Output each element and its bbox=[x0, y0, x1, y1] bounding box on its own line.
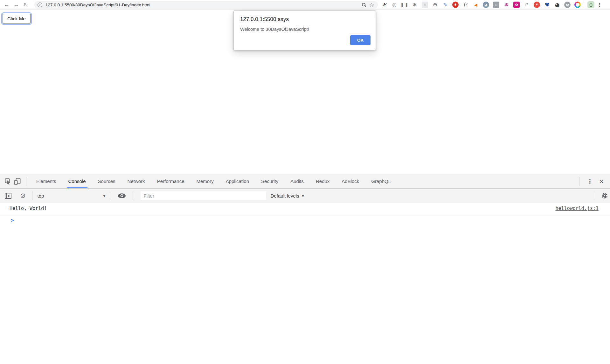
site-info-icon[interactable]: i bbox=[38, 3, 42, 7]
colorzilla-eyedropper-extension-icon[interactable]: ✎ bbox=[442, 2, 448, 8]
dropdown-arrow-icon: ▼ bbox=[103, 194, 106, 198]
alert-dialog: 127.0.0.1:5500 says Welcome to 30DaysOfJ… bbox=[233, 10, 376, 50]
tab-performance[interactable]: Performance bbox=[151, 174, 191, 188]
console-toolbar: ⊘ top ▼ Default levels ▼ bbox=[0, 189, 610, 203]
tabbar-separator bbox=[26, 177, 26, 186]
devtools-menu-icon[interactable]: ⋮ bbox=[583, 178, 597, 185]
f-question-extension-icon[interactable]: f? bbox=[462, 2, 469, 8]
chrome-menu-icon[interactable]: ⋮ bbox=[594, 2, 605, 8]
tab-application[interactable]: Application bbox=[220, 174, 255, 188]
console-toolbar-separator bbox=[111, 191, 111, 200]
reload-icon[interactable]: ↻ bbox=[21, 1, 31, 9]
back-icon[interactable]: ← bbox=[2, 1, 11, 9]
device-toolbar-icon[interactable] bbox=[13, 177, 22, 186]
console-source-link[interactable]: helloworld.js:1 bbox=[556, 206, 599, 211]
live-expression-eye-icon[interactable] bbox=[118, 193, 126, 198]
address-bar[interactable]: i 127.0.0.1:5500/30DaysOfJavaScript/01-D… bbox=[34, 1, 378, 9]
react-devtools-extension-icon[interactable]: ✳ bbox=[422, 2, 428, 8]
orbit-target-extension-icon[interactable]: ◎ bbox=[391, 2, 398, 8]
alert-title: 127.0.0.1:5500 says bbox=[240, 16, 371, 23]
devtools-panel: Elements Console Sources Network Perform… bbox=[0, 174, 610, 364]
columns-extension-icon[interactable]: ▌▐ bbox=[401, 2, 408, 8]
devtools-close-icon[interactable]: × bbox=[597, 178, 606, 185]
corner-arrows-extension-icon[interactable]: ↱ bbox=[523, 2, 530, 8]
color-wheel-extension-icon[interactable] bbox=[574, 2, 581, 8]
tab-security[interactable]: Security bbox=[255, 174, 284, 188]
console-settings-gear-icon[interactable] bbox=[601, 192, 608, 199]
dropdown-arrow-icon: ▼ bbox=[302, 194, 304, 198]
bookmark-star-icon[interactable]: ☆ bbox=[369, 2, 374, 8]
tab-redux[interactable]: Redux bbox=[310, 174, 336, 188]
pink-gear-extension-icon[interactable]: ✿ bbox=[513, 2, 520, 8]
pink-atom-extension-icon[interactable]: ✻ bbox=[503, 2, 509, 8]
alert-ok-button[interactable]: OK bbox=[350, 35, 371, 45]
camera-extension-icon[interactable]: ○ bbox=[493, 2, 499, 8]
tab-graphql[interactable]: GraphQL bbox=[365, 174, 397, 188]
browser-toolbar: ← → ↻ i 127.0.0.1:5500/30DaysOfJavaScrip… bbox=[0, 0, 610, 10]
console-message-row: Hello, World! helloworld.js:1 bbox=[0, 203, 610, 214]
log-levels-label: Default levels bbox=[271, 193, 299, 199]
context-label: top bbox=[38, 193, 44, 199]
extensions-strip: F ◎ ▌▐ ✱ ✳ ⊖ ✎ ✱ f? ◀ ◕ ○ ✻ ✿ ↱ ▼ ♥ ◕ ω bbox=[381, 2, 581, 8]
red-bookmark-extension-icon[interactable]: ▼ bbox=[534, 2, 540, 8]
w-wave-extension-icon[interactable]: ω bbox=[564, 2, 571, 8]
console-sidebar-toggle-icon[interactable] bbox=[5, 193, 11, 199]
console-filter-input[interactable] bbox=[141, 191, 266, 200]
console-toolbar-separator bbox=[32, 191, 32, 200]
devtools-tabbar: Elements Console Sources Network Perform… bbox=[0, 174, 610, 189]
screenshot-f-extension-icon[interactable]: F bbox=[381, 2, 387, 8]
javascript-context-dropdown[interactable]: top ▼ bbox=[36, 193, 107, 199]
tab-sources[interactable]: Sources bbox=[92, 174, 121, 188]
bug-extension-icon[interactable]: ✱ bbox=[412, 2, 418, 8]
forward-icon[interactable]: → bbox=[11, 1, 21, 9]
page-content: Click Me 127.0.0.1:5500 says Welcome to … bbox=[0, 10, 610, 174]
pie-clock-extension-icon[interactable]: ◕ bbox=[554, 2, 560, 8]
console-toolbar-separator bbox=[594, 191, 594, 200]
devtools-tabbar-right: ⋮ × bbox=[575, 177, 610, 186]
console-message-text: Hello, World! bbox=[0, 206, 47, 211]
tab-network[interactable]: Network bbox=[121, 174, 151, 188]
log-levels-dropdown[interactable]: Default levels ▼ bbox=[271, 193, 304, 199]
toolbar-separator bbox=[584, 2, 584, 8]
console-prompt-row[interactable]: > bbox=[0, 214, 610, 226]
megaphone-extension-icon[interactable]: ◀ bbox=[473, 2, 479, 8]
tab-adblock[interactable]: AdBlock bbox=[336, 174, 365, 188]
adblock-stop-hand-extension-icon[interactable]: ✱ bbox=[452, 2, 459, 8]
console-toolbar-separator bbox=[133, 191, 133, 200]
click-me-button[interactable]: Click Me bbox=[3, 14, 31, 24]
tab-elements[interactable]: Elements bbox=[30, 174, 62, 188]
zoom-magnifier-icon[interactable] bbox=[362, 3, 365, 6]
tab-memory[interactable]: Memory bbox=[191, 174, 220, 188]
alert-message: Welcome to 30DaysOfJavaScript! bbox=[240, 27, 371, 32]
json-viewer-extension-icon[interactable]: {} bbox=[587, 1, 594, 8]
swirl-circle-extension-icon[interactable]: ◕ bbox=[483, 2, 489, 8]
tabbar-right-separator bbox=[579, 177, 579, 186]
tab-console[interactable]: Console bbox=[62, 174, 92, 188]
code-injector-extension-icon[interactable]: ⊖ bbox=[432, 2, 438, 8]
console-prompt-chevron-icon: > bbox=[0, 217, 14, 223]
heart-search-extension-icon[interactable]: ♥ bbox=[544, 2, 550, 8]
tab-audits[interactable]: Audits bbox=[284, 174, 310, 188]
console-output: Hello, World! helloworld.js:1 > bbox=[0, 203, 610, 364]
inspect-element-icon[interactable] bbox=[3, 177, 13, 186]
url-text[interactable]: 127.0.0.1:5500/30DaysOfJavaScript/01-Day… bbox=[45, 3, 359, 7]
clear-console-icon[interactable]: ⊘ bbox=[20, 192, 26, 199]
